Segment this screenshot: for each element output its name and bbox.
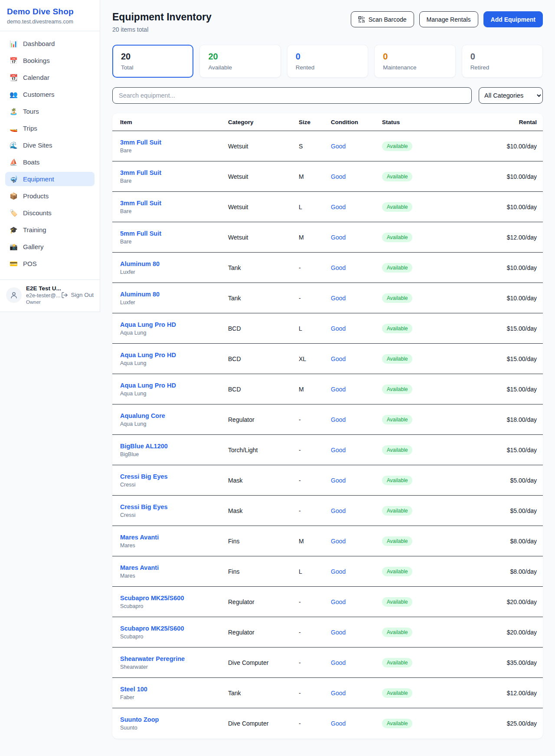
tours-icon: 🏝️ — [10, 108, 17, 115]
item-brand: Luxfer — [120, 269, 228, 275]
item-name-link[interactable]: Aqua Lung Pro HD — [120, 321, 228, 328]
boats-icon: ⛵ — [10, 159, 17, 165]
scan-barcode-button[interactable]: Scan Barcode — [351, 11, 414, 27]
status-badge: Available — [382, 324, 412, 333]
item-brand: Scubapro — [120, 603, 228, 609]
bookings-icon: 📅 — [10, 57, 17, 64]
item-name-link[interactable]: BigBlue AL1200 — [120, 443, 228, 450]
size-cell: - — [299, 690, 331, 697]
sidebar-item-calendar[interactable]: 📆 Calendar — [5, 70, 95, 85]
condition-link[interactable]: Good — [331, 355, 382, 362]
item-name-link[interactable]: Scubapro MK25/S600 — [120, 625, 228, 632]
condition-link[interactable]: Good — [331, 659, 382, 666]
condition-link[interactable]: Good — [331, 629, 382, 636]
status-cell: Available — [382, 536, 485, 546]
sidebar-item-trips[interactable]: 🚤 Trips — [5, 121, 95, 135]
sidebar-item-label: Customers — [23, 91, 55, 98]
status-badge: Available — [382, 536, 412, 546]
condition-link[interactable]: Good — [331, 143, 382, 150]
condition-link[interactable]: Good — [331, 568, 382, 575]
table-row: Aluminum 80 Luxfer Tank - Good Available… — [112, 253, 543, 283]
page-heading: Equipment Inventory 20 items total — [112, 11, 212, 33]
sidebar-item-products[interactable]: 📦 Products — [5, 189, 95, 203]
table-row: 3mm Full Suit Bare Wetsuit S Good Availa… — [112, 131, 543, 161]
sidebar-item-training[interactable]: 🎓 Training — [5, 223, 95, 237]
condition-link[interactable]: Good — [331, 720, 382, 727]
item-name-link[interactable]: Scubapro MK25/S600 — [120, 595, 228, 602]
item-name-link[interactable]: Mares Avanti — [120, 564, 228, 571]
condition-link[interactable]: Good — [331, 204, 382, 210]
status-cell: Available — [382, 293, 485, 303]
item-name-link[interactable]: 3mm Full Suit — [120, 200, 228, 207]
training-icon: 🎓 — [10, 227, 17, 233]
condition-link[interactable]: Good — [331, 690, 382, 697]
size-cell: - — [299, 629, 331, 636]
item-name-link[interactable]: Aqua Lung Pro HD — [120, 382, 228, 389]
products-icon: 📦 — [10, 193, 17, 199]
condition-link[interactable]: Good — [331, 264, 382, 271]
category-select[interactable]: All Categories — [479, 87, 543, 104]
condition-link[interactable]: Good — [331, 598, 382, 605]
user-role: Owner — [26, 299, 57, 305]
sidebar-item-equipment[interactable]: 🤿 Equipment — [5, 172, 95, 186]
condition-link[interactable]: Good — [331, 416, 382, 423]
item-name-link[interactable]: Aqua Lung Pro HD — [120, 352, 228, 358]
condition-link[interactable]: Good — [331, 295, 382, 302]
sidebar-item-discounts[interactable]: 🏷️ Discounts — [5, 206, 95, 220]
size-cell: - — [299, 720, 331, 727]
sidebar-item-boats[interactable]: ⛵ Boats — [5, 155, 95, 169]
condition-link[interactable]: Good — [331, 447, 382, 454]
status-badge: Available — [382, 202, 412, 212]
sidebar-item-pos[interactable]: 💳 POS — [5, 256, 95, 271]
item-name-link[interactable]: Cressi Big Eyes — [120, 503, 228, 510]
condition-link[interactable]: Good — [331, 173, 382, 180]
condition-link[interactable]: Good — [331, 234, 382, 241]
item-name-link[interactable]: Suunto Zoop — [120, 716, 228, 723]
condition-link[interactable]: Good — [331, 386, 382, 393]
sidebar-item-customers[interactable]: 👥 Customers — [5, 87, 95, 102]
sidebar-item-bookings[interactable]: 📅 Bookings — [5, 53, 95, 68]
stat-card-available[interactable]: 20 Available — [199, 45, 281, 78]
condition-link[interactable]: Good — [331, 325, 382, 332]
stat-value: 20 — [121, 52, 185, 62]
stat-card-rented[interactable]: 0 Rented — [287, 45, 368, 78]
item-name-link[interactable]: Aqualung Core — [120, 412, 228, 419]
sidebar-item-label: Calendar — [23, 74, 49, 81]
status-badge: Available — [382, 415, 412, 424]
item-brand: Luxfer — [120, 299, 228, 306]
item-name-link[interactable]: Mares Avanti — [120, 534, 228, 541]
category-cell: Regulator — [228, 598, 299, 605]
item-cell: Aluminum 80 Luxfer — [120, 291, 228, 306]
sidebar-item-gallery[interactable]: 📸 Gallery — [5, 240, 95, 254]
item-name-link[interactable]: Cressi Big Eyes — [120, 473, 228, 480]
item-name-link[interactable]: 3mm Full Suit — [120, 139, 228, 146]
status-cell: Available — [382, 506, 485, 516]
table-row: Steel 100 Faber Tank - Good Available $1… — [112, 678, 543, 708]
category-cell: Tank — [228, 295, 299, 302]
sidebar-item-dive-sites[interactable]: 🌊 Dive Sites — [5, 138, 95, 152]
condition-link[interactable]: Good — [331, 507, 382, 514]
item-name-link[interactable]: 5mm Full Suit — [120, 230, 228, 237]
stat-value: 0 — [383, 52, 447, 62]
search-input[interactable] — [112, 87, 472, 104]
stat-card-retired[interactable]: 0 Retired — [462, 45, 543, 78]
condition-link[interactable]: Good — [331, 538, 382, 545]
item-name-link[interactable]: Steel 100 — [120, 686, 228, 693]
category-cell: BCD — [228, 325, 299, 332]
sidebar-item-dashboard[interactable]: 📊 Dashboard — [5, 36, 95, 51]
add-equipment-button[interactable]: Add Equipment — [483, 11, 543, 27]
manage-rentals-button[interactable]: Manage Rentals — [419, 11, 478, 27]
item-name-link[interactable]: Aluminum 80 — [120, 260, 228, 267]
stat-card-maintenance[interactable]: 0 Maintenance — [374, 45, 455, 78]
item-name-link[interactable]: Aluminum 80 — [120, 291, 228, 298]
stat-card-total[interactable]: 20 Total — [112, 45, 193, 78]
sidebar-item-tours[interactable]: 🏝️ Tours — [5, 104, 95, 118]
page-title: Equipment Inventory — [112, 11, 212, 23]
condition-link[interactable]: Good — [331, 477, 382, 484]
table-row: BigBlue AL1200 BigBlue Torch/Light - Goo… — [112, 435, 543, 465]
sign-out-button[interactable]: Sign Out — [61, 292, 94, 299]
status-badge: Available — [382, 172, 412, 181]
category-cell: Tank — [228, 690, 299, 697]
item-name-link[interactable]: Shearwater Peregrine — [120, 655, 228, 662]
item-name-link[interactable]: 3mm Full Suit — [120, 169, 228, 176]
